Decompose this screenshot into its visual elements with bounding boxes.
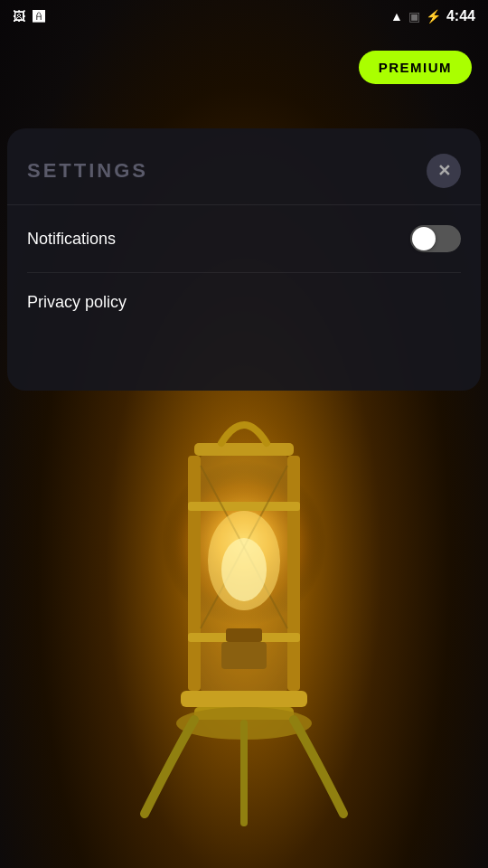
- svg-rect-3: [287, 456, 300, 691]
- signal-icon: ▣: [408, 9, 420, 24]
- svg-rect-2: [188, 456, 201, 691]
- status-bar-right: ▲ ▣ ⚡ 4:44: [390, 8, 475, 24]
- settings-header: SETTINGS ✕: [7, 128, 481, 204]
- battery-icon: ⚡: [426, 9, 441, 24]
- svg-rect-8: [226, 628, 262, 642]
- premium-button[interactable]: PREMIUM: [359, 51, 472, 84]
- wifi-icon: ▲: [390, 9, 403, 24]
- settings-title: SETTINGS: [27, 159, 148, 183]
- notifications-row: Notifications: [7, 205, 481, 272]
- privacy-policy-row[interactable]: Privacy policy: [7, 273, 481, 332]
- lantern-illustration: [54, 362, 434, 868]
- status-bar: 🖼 🅰 ▲ ▣ ⚡ 4:44: [0, 0, 488, 33]
- image-icon: 🖼: [13, 9, 25, 24]
- status-bar-left: 🖼 🅰: [13, 9, 45, 24]
- svg-rect-7: [221, 642, 267, 669]
- svg-rect-1: [194, 443, 294, 456]
- svg-point-15: [221, 538, 267, 601]
- app-icon-2: 🅰: [33, 9, 45, 24]
- close-button[interactable]: ✕: [427, 154, 461, 188]
- settings-panel: SETTINGS ✕ Notifications Privacy policy: [7, 128, 481, 391]
- privacy-policy-label[interactable]: Privacy policy: [27, 293, 127, 311]
- close-icon: ✕: [437, 161, 451, 181]
- notifications-label: Notifications: [27, 230, 116, 249]
- toggle-thumb: [412, 227, 436, 250]
- clock: 4:44: [446, 8, 475, 24]
- svg-rect-5: [188, 502, 300, 511]
- svg-rect-9: [181, 691, 307, 707]
- notifications-toggle[interactable]: [410, 225, 461, 252]
